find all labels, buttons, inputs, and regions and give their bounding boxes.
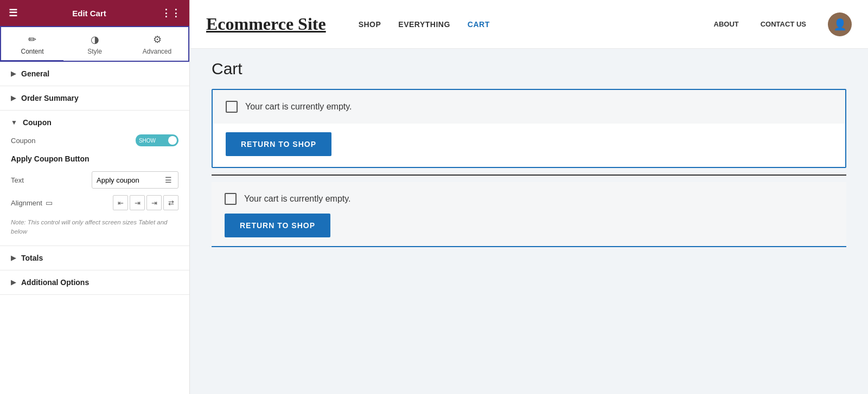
sidebar-title: Edit Cart	[72, 9, 106, 18]
alignment-text: Alignment	[11, 199, 42, 207]
section-order-summary[interactable]: ▶ Order Summary	[0, 86, 189, 111]
arrow-right-icon4: ▶	[11, 279, 16, 286]
text-align-icon: ☰	[165, 176, 172, 184]
section-order-summary-label: Order Summary	[21, 94, 79, 102]
text-input-wrap: ☰	[92, 171, 178, 189]
cart-page-title: Cart	[212, 60, 846, 78]
sidebar-header: ☰ Edit Cart ⋮⋮	[0, 0, 189, 26]
toggle-show-label: SHOW	[136, 134, 159, 146]
cart-checkbox-1	[226, 101, 238, 113]
section-general-label: General	[21, 69, 49, 78]
tabs-bar: ✏ Content ◑ Style ⚙ Advanced	[0, 26, 189, 62]
align-left-button[interactable]: ⇤	[113, 195, 128, 210]
nav-right: ABOUT CONTACT US 👤	[714, 12, 852, 36]
apply-coupon-button-label: Apply Coupon Button	[11, 154, 90, 163]
cart-empty-row-1: Your cart is currently empty.	[213, 90, 845, 124]
apply-coupon-heading: Apply Coupon Button	[11, 154, 178, 164]
arrow-right-icon: ▶	[11, 70, 16, 77]
coupon-toggle-row: Coupon SHOW	[11, 134, 178, 146]
cart-empty-text-2: Your cart is currently empty.	[244, 194, 351, 204]
sidebar: ☰ Edit Cart ⋮⋮ ✏ Content ◑ Style ⚙ Advan…	[0, 0, 190, 394]
alignment-buttons: ⇤ ⇥ ⇥ ⇄	[113, 195, 178, 210]
grid-icon[interactable]: ⋮⋮	[161, 7, 181, 19]
hamburger-icon[interactable]: ☰	[9, 7, 17, 19]
arrow-right-icon2: ▶	[11, 94, 16, 102]
tab-content-label: Content	[21, 48, 43, 55]
coupon-content: Coupon SHOW Apply Coupon Button Text ☰	[0, 134, 189, 246]
nav-cart[interactable]: CART	[468, 20, 490, 29]
section-totals-label: Totals	[21, 254, 43, 262]
return-to-shop-button[interactable]: RETURN TO SHOP	[226, 132, 331, 156]
tab-advanced[interactable]: ⚙ Advanced	[126, 27, 188, 61]
top-nav: Ecommerce Site SHOP EVERYTHING CART ABOU…	[190, 0, 868, 49]
coupon-section: ▼ Coupon Coupon SHOW Apply Coupon Button…	[0, 111, 189, 246]
tab-style[interactable]: ◑ Style	[63, 27, 126, 61]
tab-content[interactable]: ✏ Content	[1, 27, 63, 61]
nav-links: SHOP EVERYTHING CART	[359, 20, 714, 29]
coupon-section-header[interactable]: ▼ Coupon	[0, 111, 189, 134]
arrow-down-icon: ▼	[11, 119, 17, 126]
cart-divider	[212, 175, 846, 176]
section-totals[interactable]: ▶ Totals	[0, 246, 189, 270]
coupon-toggle[interactable]: SHOW	[136, 134, 178, 146]
toggle-switch[interactable]	[159, 134, 178, 146]
cart-box-2: Your cart is currently empty. RETURN TO …	[212, 182, 846, 247]
coupon-label: Coupon	[11, 137, 136, 145]
site-title[interactable]: Ecommerce Site	[206, 14, 326, 34]
alignment-note: Note: This control will only affect scre…	[11, 218, 178, 237]
cart-empty-text-1: Your cart is currently empty.	[245, 102, 352, 112]
main-content: Ecommerce Site SHOP EVERYTHING CART ABOU…	[190, 0, 868, 394]
gear-icon: ⚙	[153, 34, 162, 46]
section-additional-options-label: Additional Options	[21, 278, 89, 287]
align-center-button[interactable]: ⇥	[130, 195, 145, 210]
return-btn2-wrap: RETURN TO SHOP	[212, 214, 846, 237]
tab-advanced-label: Advanced	[143, 48, 171, 55]
arrow-right-icon3: ▶	[11, 254, 16, 262]
nav-contact-us[interactable]: CONTACT US	[761, 20, 806, 28]
cart-box-1: Your cart is currently empty. RETURN TO …	[212, 89, 846, 168]
apply-coupon-input[interactable]	[97, 176, 162, 184]
section-additional-options[interactable]: ▶ Additional Options	[0, 270, 189, 295]
pencil-icon: ✏	[28, 34, 36, 46]
nav-about[interactable]: ABOUT	[714, 20, 739, 28]
tab-style-label: Style	[87, 48, 102, 55]
section-general[interactable]: ▶ General	[0, 62, 189, 86]
nav-everything[interactable]: EVERYTHING	[398, 20, 450, 29]
return-to-shop-button-2[interactable]: RETURN TO SHOP	[225, 214, 330, 237]
alignment-label: Alignment ▭	[11, 198, 113, 207]
cart-action-row-1: RETURN TO SHOP	[213, 124, 845, 167]
align-right-button[interactable]: ⇥	[146, 195, 162, 210]
align-justify-button[interactable]: ⇄	[163, 195, 178, 210]
page-body: Cart Your cart is currently empty. RETUR…	[190, 49, 868, 394]
alignment-row: Alignment ▭ ⇤ ⇥ ⇥ ⇄	[11, 195, 178, 210]
half-circle-icon: ◑	[91, 34, 99, 46]
avatar[interactable]: 👤	[828, 12, 852, 36]
cart-empty-row-2: Your cart is currently empty.	[212, 182, 846, 214]
coupon-section-label: Coupon	[23, 118, 52, 127]
text-label: Text	[11, 176, 92, 184]
monitor-icon: ▭	[46, 198, 53, 207]
cart-checkbox-2	[225, 193, 237, 205]
text-input-row: Text ☰	[11, 171, 178, 189]
nav-shop[interactable]: SHOP	[359, 20, 381, 29]
avatar-image: 👤	[833, 18, 847, 31]
